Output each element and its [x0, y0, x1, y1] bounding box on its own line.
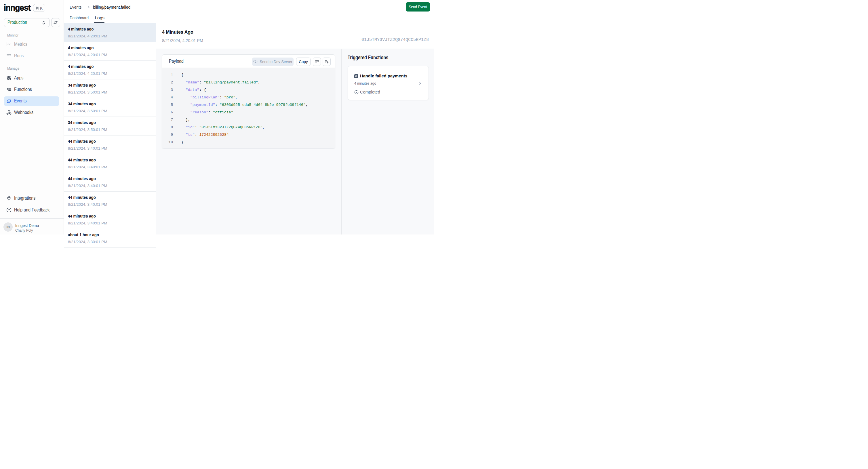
svg-text:inngest: inngest	[4, 3, 31, 12]
